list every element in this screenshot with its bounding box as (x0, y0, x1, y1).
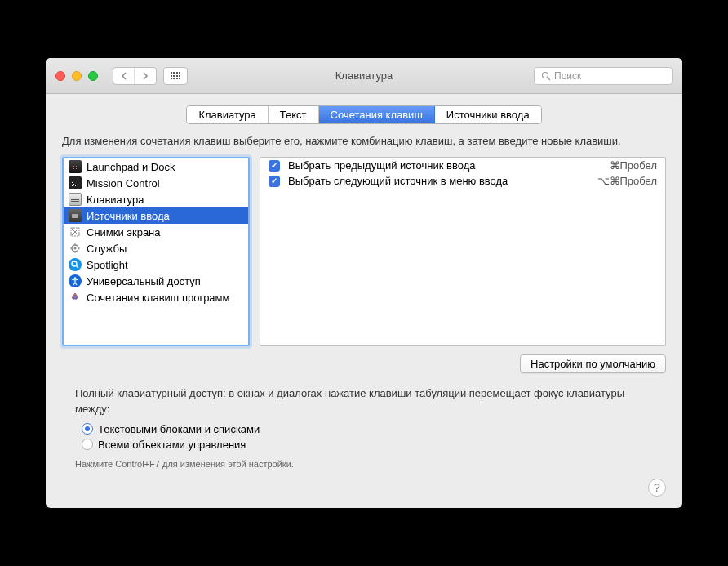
category-services[interactable]: Службы (64, 240, 248, 256)
traffic-lights (55, 71, 98, 81)
toolbar-nav (113, 67, 188, 85)
category-label: Launchpad и Dock (87, 161, 175, 173)
radio-label: Всеми объектами управления (98, 439, 246, 451)
tab-Сочетания клавиш[interactable]: Сочетания клавиш (319, 106, 435, 123)
category-spotlight[interactable]: Spotlight (64, 256, 248, 273)
shortcut-list[interactable]: Выбрать предыдущий источник ввода⌘Пробел… (260, 157, 666, 346)
category-label: Сочетания клавиш программ (87, 292, 229, 304)
category-screenshot[interactable]: Снимки экрана (64, 224, 248, 240)
help-button[interactable]: ? (648, 479, 666, 497)
close-icon[interactable] (55, 71, 65, 81)
nav-buttons (113, 67, 157, 85)
keyboard-icon (69, 193, 82, 206)
category-mission[interactable]: Mission Control (64, 175, 248, 191)
shortcut-label: Выбрать предыдущий источник ввода (288, 159, 601, 172)
shortcut-keys: ⌘Пробел (610, 159, 658, 172)
shortcut-checkbox[interactable] (269, 160, 280, 172)
category-label: Клавиатура (87, 194, 144, 206)
radio-all-controls[interactable]: Всеми объектами управления (82, 437, 656, 452)
full-keyboard-access: Полный клавиатурный доступ: в окнах и ди… (62, 386, 666, 468)
show-all-button[interactable] (163, 67, 188, 85)
panels: Launchpad и DockMission ControlКлавиатур… (62, 157, 666, 346)
minimize-icon[interactable] (72, 71, 82, 81)
category-list[interactable]: Launchpad и DockMission ControlКлавиатур… (62, 157, 250, 346)
accessibility-icon (69, 274, 82, 287)
category-launchpad[interactable]: Launchpad и Dock (64, 158, 248, 175)
zoom-icon[interactable] (88, 71, 98, 81)
radio-icon (82, 423, 93, 435)
tabs: КлавиатураТекстСочетания клавишИсточники… (62, 105, 666, 124)
svg-point-11 (72, 261, 77, 266)
titlebar: Клавиатура Поиск (46, 58, 682, 94)
radio-text-lists[interactable]: Текстовыми блоками и списками (82, 421, 656, 437)
instruction-text: Для изменения сочетания клавиш выберите … (62, 134, 666, 149)
svg-point-0 (543, 72, 548, 78)
category-accessibility[interactable]: Универсальный доступ (64, 273, 248, 289)
content-area: КлавиатураТекстСочетания клавишИсточники… (46, 94, 682, 508)
category-app[interactable]: Сочетания клавиш программ (64, 289, 248, 305)
mission-icon (69, 176, 82, 189)
category-input[interactable]: Источники ввода (64, 207, 248, 224)
app-icon (69, 291, 82, 304)
input-icon (69, 209, 82, 222)
footnote: Нажмите Control+F7 для изменения этой на… (75, 459, 656, 469)
category-label: Источники ввода (87, 210, 170, 222)
forward-button[interactable] (135, 68, 156, 84)
svg-point-13 (74, 278, 76, 279)
svg-point-6 (74, 247, 77, 250)
shortcut-label: Выбрать следующий источник в меню ввода (288, 175, 589, 187)
shortcut-checkbox[interactable] (269, 176, 280, 187)
search-icon (541, 71, 551, 81)
tab-Текст[interactable]: Текст (269, 106, 319, 123)
search-input[interactable]: Поиск (534, 67, 673, 85)
category-label: Универсальный доступ (87, 275, 201, 287)
shortcut-row[interactable]: Выбрать следующий источник в меню ввода⌥… (260, 173, 665, 189)
tab-Источники ввода[interactable]: Источники ввода (435, 106, 541, 123)
spotlight-icon (69, 258, 82, 271)
screenshot-icon (69, 225, 82, 238)
window-title: Клавиатура (335, 69, 393, 82)
access-description: Полный клавиатурный доступ: в окнах и ди… (75, 386, 656, 416)
category-label: Mission Control (87, 177, 160, 189)
category-keyboard[interactable]: Клавиатура (64, 191, 248, 207)
restore-defaults-button[interactable]: Настройки по умолчанию (520, 354, 666, 373)
svg-line-12 (77, 266, 79, 269)
radio-label: Текстовыми блоками и списками (98, 423, 260, 435)
preferences-window: Клавиатура Поиск КлавиатураТекстСочетани… (46, 58, 682, 508)
back-button[interactable] (113, 68, 135, 84)
tab-Клавиатура[interactable]: Клавиатура (187, 106, 268, 123)
services-icon (69, 242, 82, 255)
svg-line-1 (548, 78, 550, 80)
category-label: Снимки экрана (87, 226, 161, 238)
category-label: Службы (87, 243, 127, 255)
shortcut-keys: ⌥⌘Пробел (597, 175, 658, 187)
search-placeholder: Поиск (554, 70, 581, 82)
radio-icon (82, 439, 93, 450)
category-label: Spotlight (87, 259, 128, 271)
shortcut-row[interactable]: Выбрать предыдущий источник ввода⌘Пробел (260, 158, 665, 173)
launchpad-icon (69, 160, 82, 173)
